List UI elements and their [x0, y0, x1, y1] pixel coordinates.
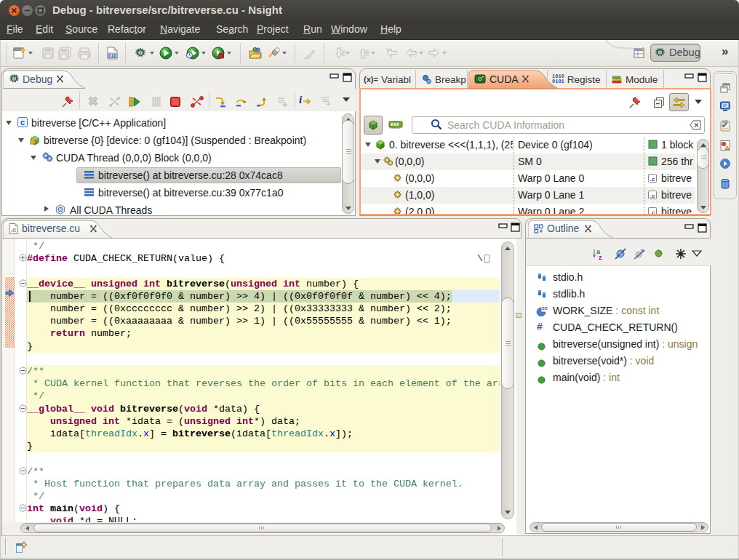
svg-text:.c: .c	[650, 209, 655, 215]
svg-text:.c: .c	[650, 176, 655, 183]
svg-text:.c: .c	[650, 193, 655, 199]
svg-text:c: c	[20, 118, 25, 127]
svg-text:c: c	[545, 305, 548, 311]
svg-text:010: 010	[108, 53, 116, 58]
svg-text:z: z	[599, 254, 602, 260]
svg-text:.c: .c	[11, 226, 17, 233]
